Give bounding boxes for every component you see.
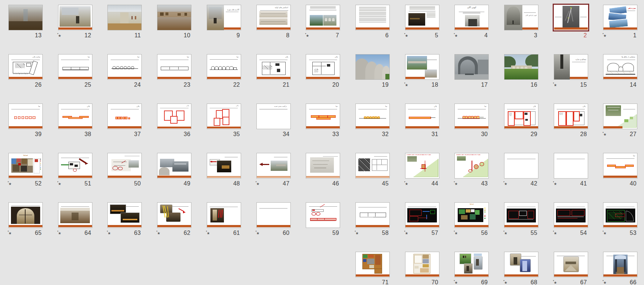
slide-number: 52 [35,180,42,187]
slide-art-shape [118,167,123,170]
slide-art-shape [210,59,238,60]
slide-thumbnail-68[interactable] [504,252,538,277]
slide-thumbnail-59[interactable] [306,202,340,228]
slide-thumbnail-32[interactable]: نما [355,104,390,129]
slide-thumbnail-38[interactable]: پلان [58,104,92,129]
slide-thumbnail-24[interactable]: نما [107,54,142,80]
slide-art-shape [60,208,90,211]
slide-thumbnail-14[interactable]: مقطعی از طاق ها [603,54,637,80]
slide-art-shape [183,211,186,213]
slide-thumbnail-19[interactable] [355,54,390,80]
animation-spark-icon: ✦ [453,279,455,282]
slide-sorter-canvas[interactable]: 13✦★121110گالری های موزه9اسکیس های اولیه… [0,0,644,285]
slide-art-shape [40,161,41,161]
slide-thumbnail-50[interactable] [107,153,142,179]
slide-art-shape [484,211,485,213]
slide-thumbnail-42[interactable] [504,153,538,179]
slide-thumbnail-46[interactable] [306,153,340,179]
slide-thumbnail-25[interactable]: نما [58,54,92,80]
slide-thumbnail-41[interactable] [554,153,588,179]
slide-thumbnail-44[interactable]: KIMBELL ART MUSEUM MASTER PLAN [405,153,439,179]
slide-thumbnail-9[interactable]: گالری های موزه [207,5,241,30]
slide-label: 8 [256,32,291,40]
slide-thumbnail-28[interactable]: پلان [554,104,588,129]
slide-thumbnail-1[interactable]: موزه هنر کیمبل [603,5,637,30]
slide-thumbnail-51[interactable] [58,153,92,179]
slide-thumbnail-6[interactable] [355,5,390,30]
slide-thumbnail-22[interactable]: نما [207,54,241,80]
slide-thumbnail-48[interactable] [207,153,241,179]
slide-thumbnail-52[interactable]: فضاها [8,153,43,179]
slide-thumbnail-63[interactable] [107,202,142,228]
slide-art-shape [310,6,336,9]
slide-thumbnail-47[interactable] [256,153,291,179]
slide-thumbnail-43[interactable]: KIMBELL ART MUSEUM MASTER PLAN [454,153,489,179]
slide-thumbnail-70[interactable] [405,252,439,277]
slide-art-shape [484,215,485,217]
slide-thumbnail-29[interactable]: پلان [504,104,538,129]
slide-label: 32 [355,131,390,139]
slide-thumbnail-5[interactable] [405,5,439,30]
slide-art-shape [457,156,466,161]
slide-thumbnail-16[interactable] [504,54,538,80]
slide-thumbnail-23[interactable]: نما [157,54,191,80]
slide-thumbnail-15[interactable]: مصالح و سازه [554,54,588,80]
slide-thumbnail-69[interactable] [454,252,489,277]
slide-thumbnail-30[interactable]: نما [454,104,489,129]
slide-thumbnail-49[interactable] [157,153,191,179]
slide-thumbnail-27[interactable] [603,104,637,129]
slide-art-shape [70,163,73,165]
slide-thumbnail-7[interactable] [306,5,340,30]
slide-cell-33: نما33 [306,104,340,129]
slide-thumbnail-65[interactable] [8,202,43,228]
slide-thumbnail-34[interactable]: ترکیب بندی جدید [256,104,291,129]
slide-thumbnail-55[interactable] [504,202,538,228]
animation-star-icon: ✦★ [603,34,606,38]
animation-star-icon: ✦★ [405,34,408,38]
slide-cell-45: 45 [355,153,390,179]
slide-thumbnail-61[interactable] [207,202,241,228]
slide-thumbnail-10[interactable] [157,5,191,30]
slide-thumbnail-39[interactable]: نما [8,104,43,129]
slide-thumbnail-33[interactable]: نما [306,104,340,129]
slide-thumbnail-12[interactable] [58,5,92,30]
slide-art-shape [409,11,436,11]
slide-thumbnail-71[interactable] [355,252,390,277]
slide-thumbnail-8[interactable]: اسکیس های اولیه [256,5,291,30]
slide-thumbnail-18[interactable] [405,54,439,80]
slide-thumbnail-57[interactable] [405,202,439,228]
slide-thumbnail-20[interactable]: پلان [306,54,340,80]
slide-thumbnail-31[interactable]: پلان [405,104,439,129]
slide-thumbnail-26[interactable]: سایت پلان [8,54,43,80]
slide-thumbnail-56[interactable]: فضاها [454,202,489,228]
slide-thumbnail-21[interactable]: پلان [256,54,291,80]
slide-thumbnail-45[interactable] [355,153,390,179]
slide-art-shape [368,255,374,258]
slide-cell-5: ✦★5 [405,5,439,30]
slide-thumbnail-4[interactable]: لویی کان [454,5,489,30]
slide-thumbnail-13[interactable] [8,5,43,30]
slide-thumbnail-17[interactable] [454,54,489,80]
slide-thumbnail-40[interactable]: نما [603,153,637,179]
slide-thumbnail-60[interactable] [256,202,291,228]
slide-thumbnail-35[interactable]: پلان [207,104,241,129]
slide-thumbnail-36[interactable]: پلان [157,104,191,129]
animation-star-icon: ✦★ [504,231,507,235]
slide-thumbnail-66[interactable] [603,252,637,277]
animation-star-icon: ✦★ [157,231,160,235]
slide-thumbnail-58[interactable] [355,202,390,228]
slide-thumbnail-54[interactable] [554,202,588,228]
slide-art-shape [381,159,382,165]
slide-thumbnail-53[interactable] [603,202,637,228]
slide-thumbnail-37[interactable]: پلان [107,104,142,129]
slide-thumbnail-3[interactable]: لویی ایزادور کان [504,5,538,30]
slide-label: 25 [57,82,93,90]
slide-thumbnail-2[interactable] [554,5,588,30]
slide-label: ✦★66 [602,279,638,285]
slide-thumbnail-11[interactable] [107,5,142,30]
slide-thumbnail-62[interactable] [157,202,191,228]
slide-art-shape [179,208,184,212]
slide-thumbnail-67[interactable] [554,252,588,277]
slide-art-shape [61,158,89,158]
slide-thumbnail-64[interactable] [58,202,92,228]
